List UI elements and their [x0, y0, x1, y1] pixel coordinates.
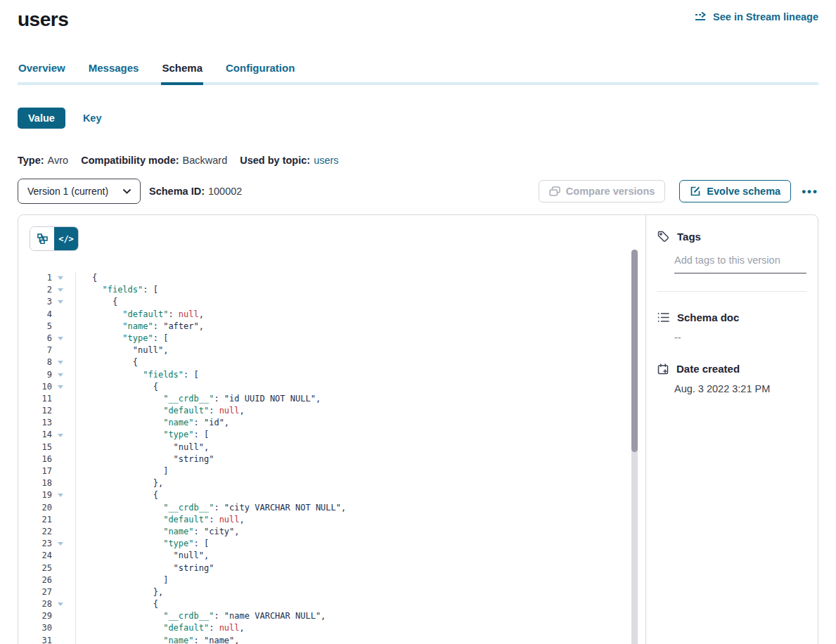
gutter-cell: 3 — [18, 296, 76, 308]
gutter-cell: 6 — [18, 333, 76, 344]
meta-label: Type: — [18, 155, 44, 166]
code-line: 13 "name": "id", — [18, 417, 645, 429]
fold-toggle-icon[interactable] — [52, 337, 69, 340]
evolve-schema-button[interactable]: Evolve schema — [679, 180, 791, 202]
code-line: 5 "name": "after", — [18, 321, 645, 333]
version-select-value: Version 1 (current) — [27, 186, 108, 197]
fold-toggle-icon[interactable] — [52, 288, 69, 292]
meta-pair: Compatibility mode:Backward — [81, 155, 227, 166]
schema-doc-heading-label: Schema doc — [677, 311, 739, 323]
date-created-heading-label: Date created — [676, 363, 740, 375]
code-line: 26 ] — [18, 574, 645, 586]
meta-pair: Type:Avro — [18, 155, 68, 166]
version-row: Version 1 (current) Schema ID: 100002 Co… — [18, 179, 818, 204]
key-tab-button[interactable]: Key — [83, 112, 102, 124]
gutter-cell: 22 — [18, 526, 76, 538]
gutter-cell: 7 — [18, 344, 76, 356]
gutter-cell: 21 — [18, 514, 76, 526]
fold-toggle-icon[interactable] — [52, 361, 69, 364]
code-line-text: { — [76, 598, 158, 610]
doc-list-icon — [657, 312, 669, 323]
line-number: 5 — [18, 321, 52, 333]
compare-versions-button[interactable]: Compare versions — [539, 180, 666, 202]
code-editor: 1{2 "fields": [3 {4 "default": null,5 "n… — [18, 272, 645, 644]
fold-toggle-icon[interactable] — [52, 373, 69, 377]
gutter-cell: 10 — [18, 381, 76, 393]
code-line-text: "name": "city", — [76, 526, 240, 538]
code-line-text: "__crdb__": "name VARCHAR NULL", — [76, 610, 326, 622]
code-line: 24 "null", — [18, 550, 645, 562]
code-line: 31 "name": "name", — [18, 635, 645, 644]
value-tab-button[interactable]: Value — [18, 108, 65, 129]
tab-overview[interactable]: Overview — [18, 62, 66, 85]
code-line: 7 "null", — [18, 344, 645, 356]
code-line-text: "string" — [76, 562, 214, 574]
code-line-text: ] — [76, 465, 168, 477]
tab-schema[interactable]: Schema — [161, 62, 203, 85]
code-line-text: "name": "name", — [76, 635, 240, 644]
tags-heading-label: Tags — [677, 231, 701, 243]
line-number: 1 — [18, 272, 52, 284]
code-line: 15 "null", — [18, 442, 645, 453]
gutter-cell: 11 — [18, 393, 76, 405]
fold-toggle-icon[interactable] — [52, 300, 69, 304]
code-line: 9 "fields": [ — [18, 369, 645, 381]
tree-view-icon — [37, 233, 48, 244]
code-line-text: { — [76, 272, 97, 284]
schema-page: users See in Stream lineage OverviewMess… — [0, 0, 836, 644]
line-number: 19 — [18, 489, 52, 501]
code-view-icon: </> — [58, 234, 74, 244]
gutter-cell: 28 — [18, 598, 76, 610]
view-toggle: </> — [30, 226, 79, 251]
fold-toggle-icon[interactable] — [52, 434, 69, 437]
fold-toggle-icon[interactable] — [52, 603, 69, 606]
code-line: 20 "__crdb__": "city VARCHAR NOT NULL", — [18, 502, 645, 514]
line-number: 29 — [18, 610, 52, 622]
code-line: 4 "default": null, — [18, 309, 645, 321]
stream-lineage-link[interactable]: See in Stream lineage — [695, 11, 818, 22]
code-line-text: "string" — [76, 453, 214, 465]
code-view-button[interactable]: </> — [54, 227, 78, 250]
line-number: 31 — [18, 635, 52, 644]
meta-label: Compatibility mode: — [81, 155, 179, 166]
gutter-cell: 20 — [18, 502, 76, 514]
add-tags-input[interactable] — [674, 255, 806, 273]
meta-label: Used by topic: — [240, 155, 310, 166]
code-line: 29 "__crdb__": "name VARCHAR NULL", — [18, 610, 645, 622]
sidebar-divider — [657, 291, 806, 292]
code-line: 27 }, — [18, 586, 645, 598]
code-line-text: "type": [ — [76, 538, 209, 550]
schema-id: Schema ID: 100002 — [149, 186, 242, 197]
code-line: 6 "type": [ — [18, 333, 645, 344]
code-line: 3 { — [18, 296, 645, 308]
code-line: 14 "type": [ — [18, 429, 645, 441]
tab-configuration[interactable]: Configuration — [225, 62, 295, 85]
tab-messages[interactable]: Messages — [88, 62, 140, 85]
date-created-heading: Date created — [646, 363, 818, 375]
evolve-schema-label: Evolve schema — [707, 186, 780, 197]
line-number: 30 — [18, 622, 52, 634]
code-line: 30 "default": null, — [18, 622, 645, 634]
more-actions-button[interactable]: ••• — [802, 186, 818, 198]
date-created-value: Aug. 3 2022 3:21 PM — [674, 383, 806, 394]
gutter-cell: 23 — [18, 538, 76, 550]
line-number: 2 — [18, 284, 52, 296]
fold-toggle-icon[interactable] — [52, 385, 69, 389]
gutter-cell: 25 — [18, 562, 76, 574]
date-created-section: Date created Aug. 3 2022 3:21 PM — [646, 363, 818, 394]
code-line: 21 "default": null, — [18, 514, 645, 526]
gutter-cell: 17 — [18, 465, 76, 477]
fold-toggle-icon[interactable] — [52, 276, 69, 280]
code-line-text: { — [76, 489, 158, 501]
code-line-text: { — [76, 381, 158, 393]
version-select[interactable]: Version 1 (current) — [18, 179, 141, 204]
scrollbar-thumb[interactable] — [631, 250, 638, 452]
meta-value: Backward — [183, 155, 228, 166]
code-line: 28 { — [18, 598, 645, 610]
topic-link[interactable]: users — [314, 155, 338, 166]
schema-id-label: Schema ID: — [149, 186, 205, 197]
fold-toggle-icon[interactable] — [52, 494, 69, 497]
fold-toggle-icon[interactable] — [52, 542, 69, 546]
tree-view-button[interactable] — [30, 227, 54, 250]
code-line-text: "type": [ — [76, 333, 168, 344]
